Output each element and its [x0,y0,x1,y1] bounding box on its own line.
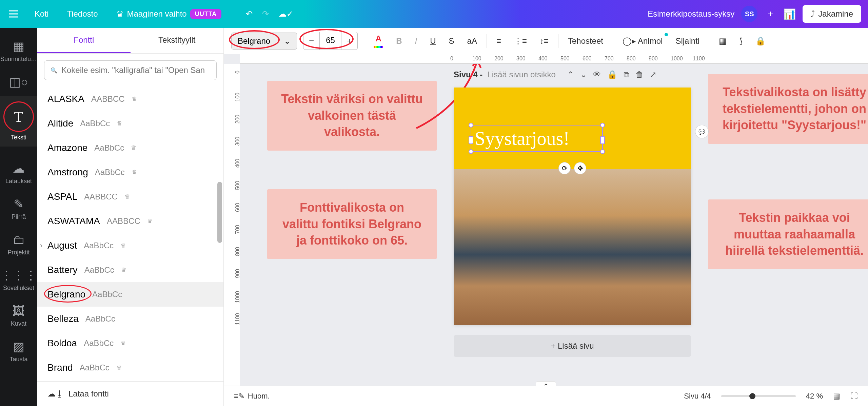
position-button[interactable]: Sijainti [672,34,703,48]
annotation-box: Tekstin paikkaa voi muuttaa raahaamalla … [708,199,868,269]
rail-apps[interactable]: ⋮⋮⋮Sovellukset [0,263,37,297]
list-button[interactable]: ⋮≡ [511,34,530,48]
design-page[interactable]: Syystarjous! ⟳ ✥ [454,88,691,325]
font-item-alitide[interactable]: AlitideAaBbCc♛ [37,111,223,136]
font-item-alaska[interactable]: ALASKAAABBCC♛ [37,87,223,111]
zoom-slider[interactable] [721,395,796,397]
chevron-up-icon[interactable]: ⌃ [567,70,574,79]
strikethrough-button[interactable]: S [446,34,458,48]
tab-font[interactable]: Fontti [37,28,131,53]
font-item-belgrano[interactable]: BelgranoAaBbCc [37,282,223,307]
text-color-button[interactable]: A [370,32,387,50]
align-button[interactable]: ≡ [493,34,505,48]
rotate-button[interactable]: ⟳ [558,162,571,174]
resize-handle[interactable] [600,136,605,144]
rail-background[interactable]: ▨Tausta [0,334,37,368]
add-collaborator-icon[interactable]: + [764,6,776,22]
document-title[interactable]: Esimerkkipostaus-syksy [648,9,734,19]
cloud-sync-icon[interactable]: ☁✓ [278,9,293,19]
text-element[interactable]: Syystarjous! [471,125,603,152]
ruler-tick: 600 [583,56,592,62]
hamburger-menu[interactable] [7,7,20,21]
move-button[interactable]: ✥ [574,162,586,174]
lock-icon[interactable]: 🔒 [607,70,617,79]
rail-text[interactable]: TTeksti [0,96,37,147]
italic-button[interactable]: I [412,34,421,48]
page-title-input[interactable]: Lisää sivun otsikko [487,70,555,79]
font-item-amstrong[interactable]: AmstrongAaBbCc♛ [37,160,223,185]
resize-handle[interactable] [469,136,473,144]
font-item-brand[interactable]: BrandAaBbCc♛ [37,355,223,380]
font-name-label: August [47,240,77,251]
nav-magic-switch[interactable]: ♛ Maaginen vaihto UUTTA [112,6,226,22]
lock-button[interactable]: 🔒 [752,34,769,48]
folder-icon: 🗀 [13,233,25,247]
font-family-select[interactable]: Belgrano ⌄ [231,33,297,50]
font-list[interactable]: ALASKAAABBCC♛AlitideAaBbCc♛AmazoneAaBbCc… [37,87,223,381]
ruler-tick: 1100 [693,56,705,62]
page-counter[interactable]: Sivu 4/4 [684,392,711,401]
font-item-brilliants[interactable]: BrilliantsAaBbCc♛ [37,380,223,381]
crown-icon: ♛ [120,340,126,347]
tab-text-styles[interactable]: Tekstityylit [131,28,224,53]
zoom-value[interactable]: 42 % [806,392,823,401]
yellow-banner[interactable]: Syystarjous! [454,88,691,169]
underline-button[interactable]: U [427,34,439,48]
bold-button[interactable]: B [393,34,405,48]
duplicate-icon[interactable]: ⧉ [624,70,629,79]
rail-draw-label: Piirrä [12,213,26,220]
font-item-aspal[interactable]: ASPALAABBCC♛ [37,185,223,209]
font-size-increase[interactable]: + [341,32,357,50]
resize-handle[interactable] [600,149,605,154]
footer-expand-caret[interactable]: ⌃ [536,381,556,392]
magic-switch-label: Maaginen vaihto [127,9,187,19]
share-button[interactable]: ⤴ Jakamine [803,5,861,23]
font-item-belleza[interactable]: BellezaAaBbCc [37,307,223,331]
font-item-amazone[interactable]: AmazoneAaBbCc♛ [37,136,223,160]
rail-design[interactable]: ▦Suunnittelu… [0,34,37,68]
load-font-button[interactable]: ☁⭳ Lataa fontti [37,381,223,406]
autumn-photo[interactable]: ⟳ ✥ [454,169,691,325]
copy-style-button[interactable]: ⟆ [736,34,746,48]
rail-projects[interactable]: 🗀Projektit [0,227,37,262]
comment-button[interactable]: 💬 [695,125,709,138]
resize-handle[interactable] [600,123,605,128]
text-content[interactable]: Syystarjous! [471,128,570,149]
canvas[interactable]: Tekstin väriksi on valittu valkoinen täs… [240,64,868,386]
font-search-input[interactable] [61,65,210,75]
rail-elements[interactable]: ◫○ [0,70,37,95]
visibility-icon[interactable]: 👁 [593,70,601,79]
analytics-icon[interactable]: 📊 [783,8,796,20]
expand-icon[interactable]: ⤢ [650,70,656,79]
resize-handle[interactable] [469,123,473,128]
font-search[interactable]: 🔍 [44,60,217,80]
font-size-decrease[interactable]: − [303,32,319,50]
font-item-battery[interactable]: BatteryAaBbCc♛ [37,258,223,282]
effects-button[interactable]: Tehosteet [565,34,607,48]
trash-icon[interactable]: 🗑 [635,70,644,79]
user-avatar[interactable]: SS [741,6,757,22]
rail-uploads[interactable]: ☁Lataukset [0,156,37,190]
font-item-boldoa[interactable]: BoldoaAaBbCc♛ [37,331,223,355]
chevron-down-icon[interactable]: ⌄ [580,70,587,79]
animate-button[interactable]: ◯▸Animoi [619,34,666,48]
nav-file[interactable]: Tiedosto [63,6,102,21]
text-case-button[interactable]: aA [464,34,480,48]
font-size-value[interactable]: 65 [319,32,341,50]
font-item-aswatama[interactable]: ASWATAMAAABBCC♛ [37,209,223,233]
add-page-button[interactable]: + Lisää sivu [454,335,691,357]
zoom-thumb[interactable] [749,393,755,399]
resize-handle[interactable] [469,149,473,154]
font-sample: AaBbCc [94,143,124,153]
transparency-button[interactable]: ▦ [715,34,730,48]
font-item-august[interactable]: ›AugustAaBbCc♛ [37,233,223,258]
notes-button[interactable]: ≡✎Huom. [234,392,270,401]
grid-view-icon[interactable]: ▦ [833,392,840,401]
spacing-button[interactable]: ↕≡ [536,34,552,48]
nav-home[interactable]: Koti [31,6,53,21]
rail-draw[interactable]: ✎Piirrä [0,192,37,226]
redo-icon[interactable]: ↷ [262,9,269,19]
undo-icon[interactable]: ↶ [246,9,253,19]
rail-images[interactable]: 🖼Kuvat [0,298,37,333]
fullscreen-icon[interactable]: ⛶ [850,392,858,401]
